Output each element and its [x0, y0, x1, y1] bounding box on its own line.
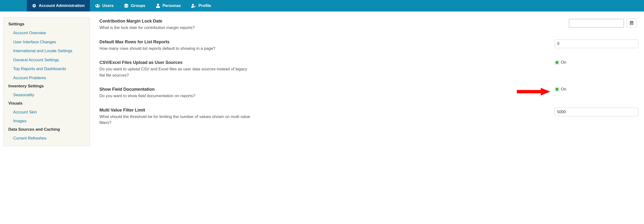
- setting-field-doc-desc: Do you want to show field documentation …: [100, 93, 252, 99]
- nav-personas[interactable]: Personas: [150, 0, 186, 12]
- setting-max-rows: Default Max Rows for List Reports How ma…: [100, 40, 638, 52]
- nav-users-label: Users: [102, 3, 114, 8]
- id-badge-icon: [156, 4, 160, 8]
- csv-upload-toggle[interactable]: On: [554, 60, 566, 65]
- topnav: Account Administration Users Groups Pers…: [0, 0, 644, 12]
- sidebar-item-ui-changes[interactable]: User Interface Changes: [4, 38, 90, 47]
- sidebar-item-top-reports[interactable]: Top Reports and Dashboards: [4, 64, 90, 74]
- gear-icon: [32, 4, 36, 8]
- sidebar-item-account-overview[interactable]: Account Overview: [4, 29, 90, 38]
- setting-field-doc-title: Show Field Documentation: [100, 87, 252, 92]
- sidebar-item-general-account[interactable]: General Account Settings: [4, 56, 90, 65]
- sidebar-item-account-problems[interactable]: Account Problems: [4, 74, 90, 83]
- field-doc-state: On: [561, 87, 566, 92]
- checkbox-on-icon: [554, 60, 560, 65]
- setting-lock-date: Contribution Margin Lock Date What is th…: [100, 19, 638, 31]
- nav-users[interactable]: Users: [90, 0, 119, 12]
- nav-profile[interactable]: Profile: [186, 0, 216, 12]
- nav-groups-label: Groups: [131, 3, 145, 8]
- sidebar-section-settings: Settings: [4, 22, 90, 29]
- sidebar-item-current-refreshes[interactable]: Current Refreshes: [4, 134, 90, 143]
- setting-csv-title: CSV/Excel Files Upload as User Sources: [100, 60, 252, 65]
- setting-filter-limit: Multi Value Filter Limit What should the…: [100, 108, 638, 126]
- annotation-arrow-icon: [517, 87, 550, 96]
- setting-filter-limit-title: Multi Value Filter Limit: [100, 108, 252, 113]
- csv-upload-state: On: [561, 60, 566, 65]
- svg-marker-1: [541, 88, 550, 96]
- sidebar-item-account-skin[interactable]: Account Skin: [4, 108, 90, 117]
- setting-lock-date-desc: What is the lock date for contribution m…: [100, 25, 252, 31]
- lock-date-calendar-button[interactable]: [626, 19, 637, 28]
- setting-max-rows-desc: How many rows should list reports defaul…: [100, 46, 252, 52]
- calendar-icon: [630, 21, 634, 26]
- user-edit-icon: [191, 4, 196, 8]
- filter-limit-input[interactable]: [554, 108, 638, 116]
- layers-icon: [124, 4, 128, 8]
- nav-groups[interactable]: Groups: [119, 0, 150, 12]
- field-doc-toggle[interactable]: On: [554, 87, 566, 92]
- page-body: Settings Account Overview User Interface…: [0, 12, 644, 146]
- setting-filter-limit-desc: What should the threshold be for limitin…: [100, 114, 252, 126]
- setting-lock-date-title: Contribution Margin Lock Date: [100, 19, 252, 24]
- nav-account-admin[interactable]: Account Administration: [27, 0, 90, 12]
- sidebar-section-datasources: Data Sources and Caching: [4, 127, 90, 134]
- settings-main: Contribution Margin Lock Date What is th…: [100, 17, 641, 146]
- nav-account-admin-label: Account Administration: [39, 3, 84, 8]
- setting-csv-upload: CSV/Excel Files Upload as User Sources D…: [100, 60, 638, 78]
- nav-profile-label: Profile: [198, 3, 211, 8]
- settings-sidebar: Settings Account Overview User Interface…: [3, 17, 90, 146]
- users-icon: [95, 4, 100, 8]
- max-rows-input[interactable]: [554, 40, 638, 48]
- sidebar-section-visuals: Visuals: [4, 101, 90, 108]
- sidebar-item-seasonality[interactable]: Seasonality: [4, 90, 90, 100]
- sidebar-section-inventory: Inventory Settings: [4, 84, 90, 90]
- setting-field-doc: Show Field Documentation Do you want to …: [100, 87, 638, 99]
- nav-personas-label: Personas: [162, 3, 181, 8]
- sidebar-item-images[interactable]: Images: [4, 117, 90, 126]
- setting-max-rows-title: Default Max Rows for List Reports: [100, 40, 252, 45]
- sidebar-item-intl-locale[interactable]: International and Locale Settings: [4, 47, 90, 56]
- checkbox-on-icon: [554, 87, 560, 92]
- lock-date-input[interactable]: [569, 19, 624, 28]
- setting-csv-desc: Do you want to upload CSV and Excel file…: [100, 66, 252, 78]
